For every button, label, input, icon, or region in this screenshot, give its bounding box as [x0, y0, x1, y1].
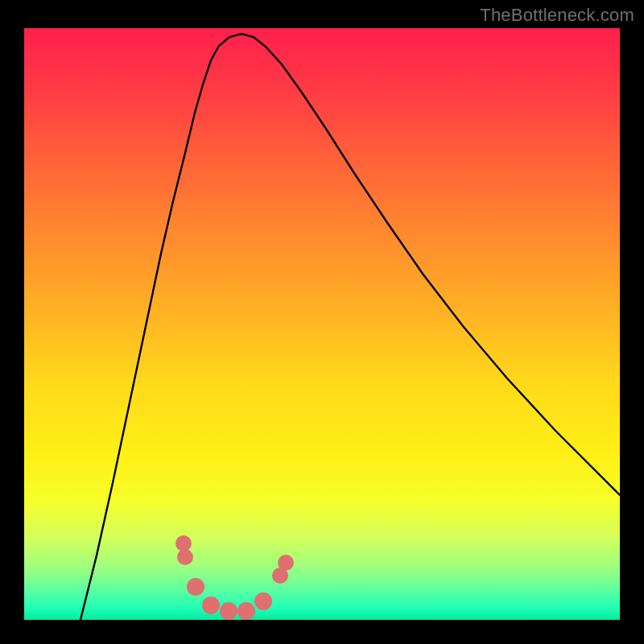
plot-area [24, 28, 620, 620]
chart-svg [24, 28, 620, 620]
chart-frame: TheBottleneck.com [0, 0, 644, 644]
bottom-bead-3 [237, 602, 255, 620]
left-inner-bead [187, 578, 204, 596]
bead-group [175, 535, 294, 620]
left-outer-bead [175, 535, 192, 551]
bottleneck-curve [80, 34, 620, 620]
bottom-bead-1 [202, 597, 220, 614]
watermark-text: TheBottleneck.com [480, 5, 634, 26]
right-outer-bead2 [278, 555, 294, 571]
bottom-bead-2 [220, 602, 237, 620]
right-inner-bead [254, 592, 272, 610]
left-outer-bead2 [177, 549, 193, 565]
